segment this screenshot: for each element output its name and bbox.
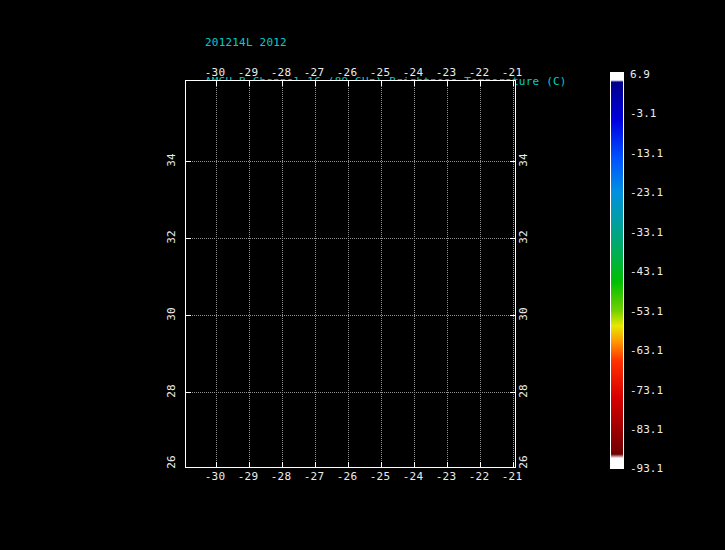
tick-mark	[480, 81, 481, 86]
y-tick-label-left: 26	[165, 455, 178, 469]
colorbar-label: -83.1	[630, 423, 663, 436]
gridline-horizontal	[186, 315, 515, 316]
colorbar-label: -53.1	[630, 305, 663, 318]
y-tick-label-right: 26	[517, 455, 530, 469]
colorbar-label: -93.1	[630, 462, 663, 475]
gridline-horizontal	[186, 161, 515, 162]
x-tick-label-bottom: -26	[337, 470, 357, 483]
tick-mark	[315, 81, 316, 86]
x-tick-label-bottom: -28	[271, 470, 291, 483]
x-tick-label-top: -24	[403, 66, 423, 79]
y-tick-label-right: 28	[517, 384, 530, 398]
gridline-vertical	[381, 81, 382, 467]
tick-mark	[414, 81, 415, 86]
colorbar-label: -63.1	[630, 344, 663, 357]
tick-mark	[510, 238, 515, 239]
tick-mark	[186, 315, 191, 316]
tick-mark	[447, 462, 448, 467]
colorbar-label: -73.1	[630, 384, 663, 397]
x-tick-label-top: -28	[271, 66, 291, 79]
gridline-vertical	[216, 81, 217, 467]
x-tick-label-top: -27	[304, 66, 324, 79]
storm-id-line: 201214L 2012	[205, 36, 567, 49]
tick-mark	[216, 81, 217, 86]
x-tick-label-bottom: -29	[238, 470, 258, 483]
tick-mark	[282, 81, 283, 86]
colorbar-label: 6.9	[630, 68, 650, 81]
gridline-vertical	[249, 81, 250, 467]
gridline-vertical	[282, 81, 283, 467]
y-tick-label-left: 32	[165, 230, 178, 244]
x-tick-label-top: -22	[469, 66, 489, 79]
tick-mark	[513, 462, 514, 467]
gridline-horizontal	[186, 238, 515, 239]
gridline-vertical	[315, 81, 316, 467]
y-tick-label-right: 34	[517, 153, 530, 167]
x-tick-label-bottom: -27	[304, 470, 324, 483]
tick-mark	[249, 462, 250, 467]
x-tick-label-bottom: -23	[436, 470, 456, 483]
x-tick-label-bottom: -21	[502, 470, 522, 483]
x-tick-label-bottom: -25	[370, 470, 390, 483]
colorbar	[610, 72, 624, 469]
x-tick-label-top: -29	[238, 66, 258, 79]
x-tick-label-top: -25	[370, 66, 390, 79]
tick-mark	[186, 238, 191, 239]
tick-mark	[510, 315, 515, 316]
tick-mark	[480, 462, 481, 467]
x-tick-label-top: -21	[502, 66, 522, 79]
gridline-horizontal	[186, 392, 515, 393]
colorbar-label: -13.1	[630, 147, 663, 160]
colorbar-label: -23.1	[630, 186, 663, 199]
y-tick-label-right: 32	[517, 230, 530, 244]
colorbar-label: -43.1	[630, 265, 663, 278]
tick-mark	[216, 462, 217, 467]
tick-mark	[381, 81, 382, 86]
gridline-vertical	[513, 81, 514, 467]
gridline-vertical	[447, 81, 448, 467]
x-tick-label-top: -23	[436, 66, 456, 79]
tick-mark	[348, 81, 349, 86]
y-tick-label-left: 30	[165, 307, 178, 321]
tick-mark	[414, 462, 415, 467]
tick-mark	[282, 462, 283, 467]
tick-mark	[186, 392, 191, 393]
gridline-vertical	[414, 81, 415, 467]
y-tick-label-left: 34	[165, 153, 178, 167]
y-tick-label-right: 30	[517, 307, 530, 321]
tick-mark	[510, 161, 515, 162]
tick-mark	[381, 462, 382, 467]
tick-mark	[513, 81, 514, 86]
tick-mark	[510, 392, 515, 393]
tick-mark	[348, 462, 349, 467]
tick-mark	[186, 161, 191, 162]
x-tick-label-bottom: -30	[205, 470, 225, 483]
colorbar-label: -3.1	[630, 107, 657, 120]
gridline-vertical	[348, 81, 349, 467]
x-tick-label-top: -30	[205, 66, 225, 79]
y-tick-label-left: 28	[165, 384, 178, 398]
x-tick-label-top: -26	[337, 66, 357, 79]
x-tick-label-bottom: -22	[469, 470, 489, 483]
tick-mark	[447, 81, 448, 86]
x-tick-label-bottom: -24	[403, 470, 423, 483]
map-plot-area	[185, 80, 516, 468]
tick-mark	[315, 462, 316, 467]
gridline-vertical	[480, 81, 481, 467]
colorbar-label: -33.1	[630, 226, 663, 239]
tick-mark	[249, 81, 250, 86]
